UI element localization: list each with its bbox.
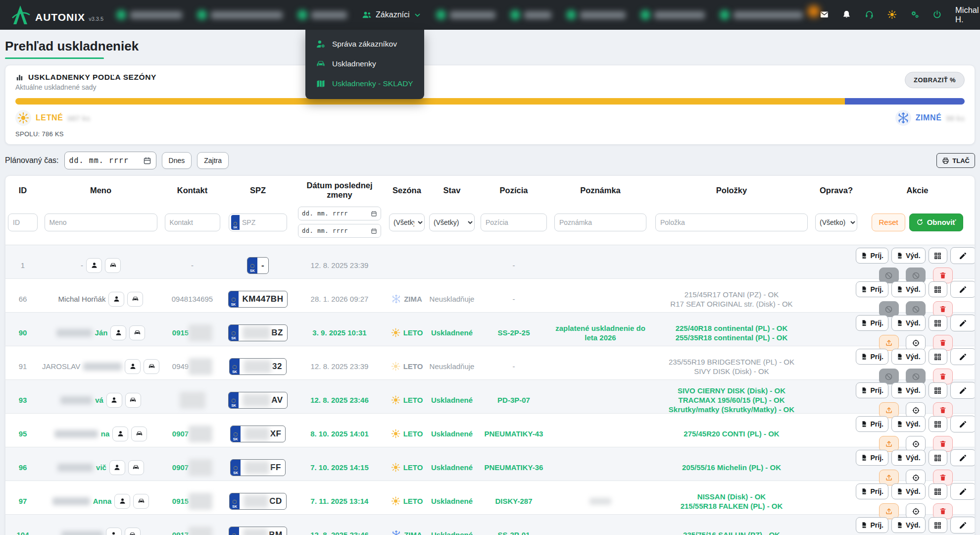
mail-icon[interactable] <box>820 10 829 20</box>
dispatch-pdf-button[interactable]: PDFVýd. <box>891 281 926 297</box>
edit-button[interactable] <box>950 281 975 298</box>
user-name[interactable]: Michal H. <box>955 5 980 24</box>
nav-item-zakaznici[interactable]: Zákazníci <box>362 10 421 20</box>
filter-polozka-input[interactable] <box>655 214 808 231</box>
table-row[interactable]: 66Michal Horňák0948134695SKKM447BH28. 1.… <box>5 279 975 313</box>
dispatch-pdf-button[interactable]: PDFVýd. <box>891 483 926 499</box>
tomorrow-button[interactable]: Zajtra <box>197 152 229 169</box>
table-row[interactable]: 96vič0907SKFF7. 10. 2025 14:15LETOUsklad… <box>5 447 975 481</box>
license-plate: SKCD <box>229 493 287 510</box>
refresh-button[interactable]: Obnoviť <box>909 214 963 231</box>
qr-code-button[interactable] <box>929 248 947 264</box>
filter-id-input[interactable] <box>8 214 38 231</box>
edit-button[interactable] <box>950 517 975 534</box>
customer-person-button[interactable] <box>86 258 102 273</box>
dispatch-pdf-button[interactable]: PDFVýd. <box>891 450 926 466</box>
filter-poznamka-input[interactable] <box>554 214 646 231</box>
today-button[interactable]: Dnes <box>162 152 192 169</box>
customer-car-button[interactable] <box>125 393 141 408</box>
receipt-pdf-button[interactable]: PDFPríj. <box>856 450 888 466</box>
receipt-pdf-button[interactable]: PDFPríj. <box>856 416 888 432</box>
customer-car-button[interactable] <box>144 359 159 374</box>
edit-button[interactable] <box>950 483 975 500</box>
customer-car-button[interactable] <box>127 292 143 307</box>
car-icon <box>136 430 143 437</box>
table-row[interactable]: 1040917SKBM12. 8. 2025 23:46ZIMAUskladne… <box>5 515 975 535</box>
table-row[interactable]: 91JAROSLAV0949SK3212. 8. 2025 23:39LETON… <box>5 346 975 380</box>
reset-filters-button[interactable]: Reset <box>872 214 905 231</box>
filter-kontakt-input[interactable] <box>165 214 220 231</box>
dropdown-item-3[interactable]: Uskladnenky - SKLADY <box>305 74 424 94</box>
dispatch-pdf-button[interactable]: PDFVýd. <box>891 416 926 432</box>
qr-code-button[interactable] <box>929 315 947 331</box>
receipt-pdf-button[interactable]: PDFPríj. <box>856 315 888 331</box>
settings-gears-icon[interactable] <box>910 10 920 20</box>
customer-car-button[interactable] <box>105 258 121 273</box>
edit-button[interactable] <box>950 348 975 365</box>
edit-button[interactable] <box>950 247 975 264</box>
edit-button[interactable] <box>950 416 975 432</box>
support-headset-icon[interactable] <box>865 10 874 20</box>
customer-car-button[interactable] <box>125 528 141 535</box>
qr-code-button[interactable] <box>929 382 947 398</box>
edit-button[interactable] <box>950 449 975 466</box>
dispatch-pdf-button[interactable]: PDFVýd. <box>891 248 926 264</box>
customer-car-button[interactable] <box>128 460 144 475</box>
show-percent-button[interactable]: ZOBRAZIŤ % <box>905 72 965 88</box>
customer-person-button[interactable] <box>125 359 141 374</box>
bar-chart-icon <box>15 73 24 82</box>
filter-meno-input[interactable] <box>45 214 157 231</box>
customer-person-button[interactable] <box>110 325 126 340</box>
winter-count-redacted: 99 ks <box>946 114 965 122</box>
notifications-bell-icon[interactable] <box>842 10 851 20</box>
dispatch-pdf-button[interactable]: PDFVýd. <box>891 315 926 331</box>
receipt-pdf-button[interactable]: PDFPríj. <box>856 483 888 499</box>
dropdown-item-1[interactable]: Správa zákazníkov <box>305 34 424 54</box>
filter-date-to-input[interactable]: dd. mm. rrrr <box>298 224 381 238</box>
customer-person-button[interactable] <box>112 427 128 441</box>
dropdown-item-2[interactable]: Uskladnenky <box>305 54 424 74</box>
qr-code-button[interactable] <box>929 450 947 466</box>
theme-sun-icon[interactable] <box>887 10 897 20</box>
qr-code-button[interactable] <box>929 349 947 365</box>
planned-time-date-input[interactable]: dd. mm. rrrr <box>64 152 156 169</box>
receipt-pdf-button[interactable]: PDFPríj. <box>856 349 888 365</box>
dispatch-pdf-button[interactable]: PDFVýd. <box>891 349 926 365</box>
print-button[interactable]: TLAČ <box>936 153 975 168</box>
receipt-pdf-button[interactable]: PDFPríj. <box>856 517 888 533</box>
plate-country-band: SK <box>229 392 239 408</box>
qr-code-button[interactable] <box>929 416 947 432</box>
receipt-pdf-button[interactable]: PDFPríj. <box>856 248 888 264</box>
customer-person-button[interactable] <box>114 494 130 509</box>
customer-car-button[interactable] <box>131 427 147 441</box>
filter-stav-select[interactable]: (Všetky) <box>429 214 475 231</box>
qr-code-button[interactable] <box>929 517 947 533</box>
dispatch-pdf-button[interactable]: PDFVýd. <box>891 517 926 533</box>
edit-button[interactable] <box>950 315 975 331</box>
qr-code-button[interactable] <box>929 281 947 297</box>
dispatch-pdf-button[interactable]: PDFVýd. <box>891 382 926 398</box>
receipt-pdf-button[interactable]: PDFPríj. <box>856 281 888 297</box>
table-row[interactable]: 90Ján0915SKBZ3. 9. 2025 10:31LETOUskladn… <box>5 313 975 346</box>
filter-date-from-input[interactable]: dd. mm. rrrr <box>298 207 381 220</box>
row-repair <box>813 515 859 535</box>
customer-person-button[interactable] <box>106 528 122 535</box>
logout-power-icon[interactable] <box>932 10 942 20</box>
table-row[interactable]: 97Anna0915SKCD7. 11. 2025 13:14LETOUskla… <box>5 481 975 515</box>
table-row[interactable]: 93váSKAV12. 8. 2025 23:46LETOUskladnenéP… <box>5 380 975 414</box>
filter-oprava-select[interactable]: (Všetko) <box>815 214 857 231</box>
table-row[interactable]: 1--SK-12. 8. 2025 23:39-PDFPríj.PDFVýd. <box>5 245 975 279</box>
filter-pozicia-input[interactable] <box>481 214 547 231</box>
customer-car-button[interactable] <box>129 325 145 340</box>
table-row[interactable]: 95na0907SKXF8. 10. 2025 14:01LETOUskladn… <box>5 414 975 447</box>
receipt-pdf-button[interactable]: PDFPríj. <box>856 382 888 398</box>
customer-car-button[interactable] <box>133 494 149 509</box>
qr-code-button[interactable] <box>929 483 947 499</box>
customer-person-button[interactable] <box>109 460 125 475</box>
filter-sezona-select[interactable]: (Všetky) <box>389 214 425 231</box>
customer-person-button[interactable] <box>106 393 122 408</box>
customer-person-button[interactable] <box>108 292 124 307</box>
car-icon <box>132 464 140 471</box>
edit-button[interactable] <box>950 382 975 399</box>
trash-icon <box>939 305 947 313</box>
